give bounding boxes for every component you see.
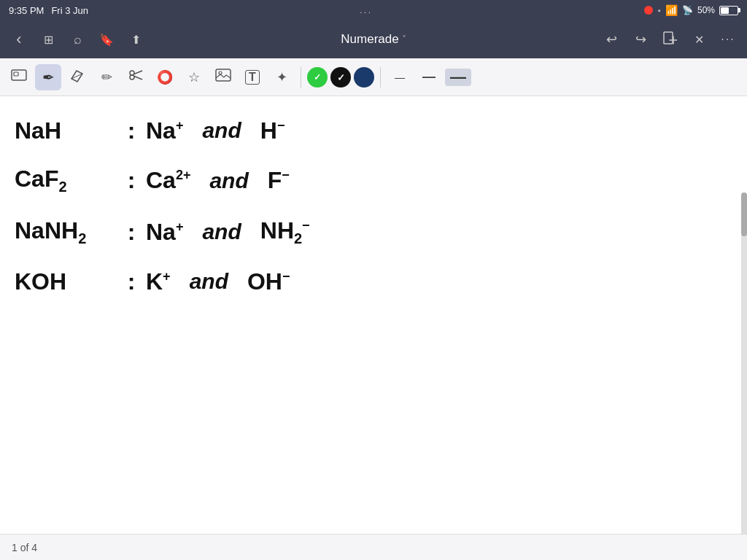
date-display: Fri 3 Jun [51,5,88,16]
add-page-button[interactable] [657,26,683,52]
separator-1 [301,67,301,88]
status-bar: 9:35 PM Fri 3 Jun ... ● 📶 📡 50% [0,0,747,20]
star-tool-button[interactable]: ☆ [181,64,207,90]
ion2-caf2: F− [268,166,290,194]
dash-thick-icon: — [450,68,466,87]
chem-row-caf2: CaF2 : Ca2+ and F− [15,165,727,195]
undo-icon: ↩ [606,31,617,47]
ion2-nah: H− [260,117,285,144]
back-icon: ‹ [16,30,21,49]
battery-percent: 50% [697,5,715,15]
redo-icon: ↪ [635,31,646,47]
dash-thick-button[interactable]: — [445,69,471,86]
eraser-icon [69,68,85,86]
ion1-sup-koh: + [163,270,171,284]
image-icon [215,68,231,86]
svg-point-6 [130,71,134,75]
time-display: 9:35 PM [9,5,44,16]
ion1-nanh2: Na+ [146,218,183,246]
lasso-tool-button[interactable]: ⭕ [152,64,178,90]
ion2-sup-caf2: − [282,168,290,183]
svg-rect-4 [14,72,18,76]
black-color-swatch[interactable]: ✓ [330,67,351,88]
ion1-caf2: Ca2+ [146,166,190,194]
undo-button[interactable]: ↩ [598,26,624,52]
page-indicator-text: 1 of 4 [12,542,37,553]
svg-line-8 [134,71,142,74]
and-nanh2: and [202,219,241,245]
scissors-tool-button[interactable] [123,64,149,90]
highlighter-tool-button[interactable]: ✏ [93,64,120,90]
ion1-koh: K+ [146,268,171,295]
and-nah: and [202,117,241,144]
ellipsis-display: ... [360,7,372,15]
eraser-tool-button[interactable] [64,64,90,90]
right-toolbar-buttons: ↩ ↪ ✕ ··· [598,26,741,52]
scrollbar-thumb[interactable] [741,192,747,236]
navy-color-swatch[interactable] [354,67,374,88]
ion1-sup-nanh2: + [176,219,184,234]
add-page-icon [662,31,677,49]
back-button[interactable]: ‹ [6,26,32,52]
text-tool-button[interactable]: T [239,64,266,90]
svg-rect-0 [664,32,673,44]
and-caf2: and [209,168,248,194]
ions-koh: K+ and OH− [146,268,290,295]
dash-medium-button[interactable]: — [416,69,442,86]
tool-row: ✒ ✏ ⭕ ☆ [0,58,747,96]
highlighter-icon: ✏ [101,69,112,85]
record-icon [644,6,653,15]
formula-caf2: CaF2 [15,165,117,195]
colon-koh: : [117,268,146,295]
formula-nah: NaH [15,117,117,144]
ion1-sup-nah: + [176,118,184,133]
chem-row-nanh2: NaNH2 : Na+ and NH2− [15,217,727,247]
ion1-nah: Na+ [146,117,183,144]
main-content-area: NaH : Na+ and H− CaF2 : Ca2+ and F− [0,96,747,534]
and-koh: and [190,268,228,295]
more-options-button[interactable]: ··· [715,26,741,52]
screen-tool-button[interactable] [6,64,32,90]
magic-tool-button[interactable]: ✦ [268,64,295,90]
top-toolbar: ‹ ⊞ ⌕ 🔖 ⬆ Numerade ˅ ↩ ↪ [0,20,747,58]
app-title-text: Numerade [341,32,398,47]
chem-row-koh: KOH : K+ and OH− [15,268,727,295]
green-color-swatch[interactable] [307,67,328,88]
text-icon: T [245,70,260,85]
bookmark-button[interactable]: 🔖 [93,26,120,52]
search-icon: ⌕ [74,32,82,47]
svg-line-9 [134,77,142,80]
more-icon: ··· [721,33,735,46]
grid-button[interactable]: ⊞ [35,26,61,52]
status-right: ● 📶 📡 50% [644,4,738,16]
ion1-sup-caf2: 2+ [176,168,191,183]
wifi-icon: 📶 [665,4,678,16]
formula-koh: KOH [15,268,117,295]
close-button[interactable]: ✕ [686,26,712,52]
screen-tool-icon [11,68,27,86]
lasso-icon: ⭕ [157,69,173,85]
svg-point-7 [130,75,134,79]
share-button[interactable]: ⬆ [123,26,149,52]
redo-button[interactable]: ↪ [627,26,654,52]
battery-indicator [719,6,738,15]
separator-2 [380,67,381,88]
page-indicator: 1 of 4 [0,534,747,560]
signal-icon: 📡 [682,5,693,15]
star-icon: ☆ [188,69,200,85]
app-title-container[interactable]: Numerade ˅ [152,32,595,47]
ion2-sup-nanh2: − [302,218,310,233]
pen-tool-button[interactable]: ✒ [35,64,61,90]
colon-nanh2: : [117,218,146,246]
ions-nah: Na+ and H− [146,117,285,144]
dash-thin-button[interactable]: — [387,69,413,86]
pen-icon: ✒ [42,69,55,86]
note-content: NaH : Na+ and H− CaF2 : Ca2+ and F− [0,96,741,534]
scrollbar[interactable] [741,192,747,534]
search-button[interactable]: ⌕ [64,26,90,52]
image-tool-button[interactable] [210,64,236,90]
ions-nanh2: Na+ and NH2− [146,217,310,247]
ion2-sup-koh: − [282,270,290,284]
share-icon: ⬆ [131,33,141,47]
chem-row-nah: NaH : Na+ and H− [15,117,727,144]
